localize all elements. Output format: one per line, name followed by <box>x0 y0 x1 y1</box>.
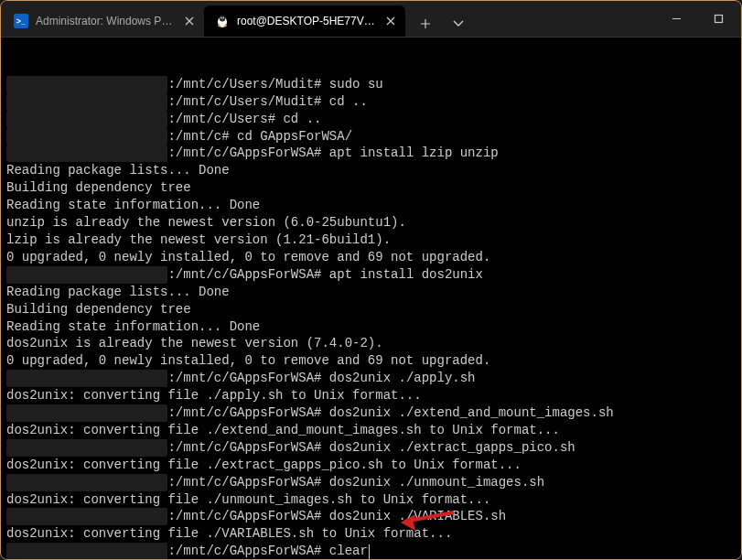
terminal-output[interactable]: :/mnt/c/Users/Mudit# sudo su :/mnt/c/Use… <box>1 38 741 559</box>
terminal-line: :/mnt/c/GAppsForWSA# apt install lzip un… <box>6 145 736 162</box>
terminal-line: :/mnt/c/GAppsForWSA# apt install dos2uni… <box>6 266 736 284</box>
terminal-line: :/mnt/c/Users# cd .. <box>6 111 736 128</box>
command-text: apt install lzip unzip <box>321 145 498 160</box>
minimize-button[interactable] <box>655 5 697 33</box>
prompt-path: :/mnt/c/GAppsForWSA# <box>167 509 321 523</box>
prompt-path: :/mnt/c/Users/Mudit# <box>167 77 321 92</box>
command-text: dos2unix ./extract_gapps_pico.sh <box>321 440 575 455</box>
redacted-hostname <box>6 543 167 559</box>
svg-point-4 <box>221 17 222 18</box>
redacted-hostname <box>6 370 167 387</box>
tab-linux[interactable]: root@DESKTOP-5HE77VO: /mn <box>204 5 405 37</box>
terminal-line: dos2unix: converting file ./extend_and_m… <box>6 422 736 439</box>
redacted-hostname <box>6 404 167 422</box>
terminal-line: 0 upgraded, 0 newly installed, 0 to remo… <box>6 352 736 370</box>
close-icon[interactable] <box>183 15 195 27</box>
redacted-hostname <box>6 111 167 128</box>
prompt-path: :/mnt/c/GAppsForWSA# <box>167 475 321 490</box>
text-cursor <box>369 544 370 559</box>
tab-powershell[interactable]: >_ Administrator: Windows PowerS <box>3 5 204 37</box>
command-text: cd .. <box>321 94 367 109</box>
prompt-path: :/mnt/c/GAppsForWSA# <box>167 440 321 455</box>
tab-title: Administrator: Windows PowerS <box>36 15 176 27</box>
redacted-hostname <box>6 474 167 491</box>
terminal-line: :/mnt/c# cd GAppsForWSA/ <box>6 128 736 145</box>
command-text: dos2unix ./extend_and_mount_images.sh <box>321 405 613 420</box>
redacted-hostname <box>6 128 167 145</box>
command-text: cd GAppsForWSA/ <box>230 129 352 144</box>
tabs-container: >_ Administrator: Windows PowerS <box>3 1 655 37</box>
maximize-button[interactable] <box>697 5 739 33</box>
terminal-line: :/mnt/c/Users/Mudit# sudo su <box>6 76 736 93</box>
terminal-line: dos2unix: converting file ./extract_gapp… <box>6 457 736 474</box>
terminal-line: Reading state information... Done <box>6 197 736 214</box>
command-text: sudo su <box>321 77 382 92</box>
terminal-line: unzip is already the newest version (6.0… <box>6 214 736 232</box>
redacted-hostname <box>6 93 167 111</box>
terminal-line: :/mnt/c/GAppsForWSA# dos2unix ./apply.sh <box>6 370 736 387</box>
redacted-hostname <box>6 266 167 284</box>
svg-point-1 <box>220 16 225 22</box>
terminal-line: Reading package lists... Done <box>6 162 736 179</box>
terminal-line: dos2unix: converting file ./unmount_imag… <box>6 491 736 509</box>
prompt-path: :/mnt/c/Users/Mudit# <box>167 94 321 109</box>
terminal-line: :/mnt/c/GAppsForWSA# dos2unix ./extend_a… <box>6 404 736 422</box>
linux-icon <box>215 14 230 28</box>
prompt-path: :/mnt/c# <box>167 129 229 144</box>
terminal-line: :/mnt/c/GAppsForWSA# dos2unix ./unmount_… <box>6 474 736 491</box>
window-controls <box>655 5 739 33</box>
terminal-line: :/mnt/c/GAppsForWSA# dos2unix ./extract_… <box>6 439 736 457</box>
terminal-line: Building dependency tree <box>6 301 736 318</box>
titlebar: >_ Administrator: Windows PowerS <box>1 1 741 38</box>
redacted-hostname <box>6 439 167 457</box>
powershell-icon: >_ <box>14 14 28 28</box>
terminal-line: dos2unix is already the newest version (… <box>6 335 736 352</box>
prompt-path: :/mnt/c/GAppsForWSA# <box>167 405 321 420</box>
command-text: dos2unix ./VARIABLES.sh <box>321 509 506 523</box>
terminal-line: :/mnt/c/Users/Mudit# cd .. <box>6 93 736 111</box>
command-text: apt install dos2unix <box>321 267 482 282</box>
tab-actions <box>405 11 479 37</box>
redacted-hostname <box>6 76 167 93</box>
prompt-path: :/mnt/c/GAppsForWSA# <box>167 145 321 160</box>
terminal-line: dos2unix: converting file ./VARIABLES.sh… <box>6 525 736 543</box>
tab-title: root@DESKTOP-5HE77VO: /mn <box>237 15 378 27</box>
prompt-path: :/mnt/c/GAppsForWSA# <box>167 371 321 385</box>
command-text: dos2unix ./apply.sh <box>321 371 475 385</box>
terminal-line: Reading state information... Done <box>6 318 736 336</box>
prompt-path: :/mnt/c/Users# <box>167 112 275 126</box>
prompt-path: :/mnt/c/GAppsForWSA# <box>167 544 321 558</box>
svg-rect-6 <box>715 16 722 23</box>
redacted-hostname <box>6 508 167 525</box>
command-text: cd .. <box>275 112 321 126</box>
new-tab-button[interactable] <box>411 11 440 37</box>
prompt-path: :/mnt/c/GAppsForWSA# <box>167 267 321 282</box>
terminal-line: lzip is already the newest version (1.21… <box>6 232 736 249</box>
tab-dropdown-button[interactable] <box>444 11 473 37</box>
command-text: clear <box>321 544 367 558</box>
command-text: dos2unix ./unmount_images.sh <box>321 475 544 490</box>
terminal-line: Reading package lists... Done <box>6 284 736 301</box>
svg-point-5 <box>223 17 224 18</box>
redacted-hostname <box>6 145 167 162</box>
terminal-line: :/mnt/c/GAppsForWSA# clear <box>6 543 736 559</box>
terminal-line: dos2unix: converting file ./apply.sh to … <box>6 387 736 404</box>
terminal-line: 0 upgraded, 0 newly installed, 0 to remo… <box>6 249 736 266</box>
terminal-line: Building dependency tree <box>6 179 736 197</box>
terminal-line: :/mnt/c/GAppsForWSA# dos2unix ./VARIABLE… <box>6 508 736 525</box>
close-icon[interactable] <box>385 15 396 27</box>
